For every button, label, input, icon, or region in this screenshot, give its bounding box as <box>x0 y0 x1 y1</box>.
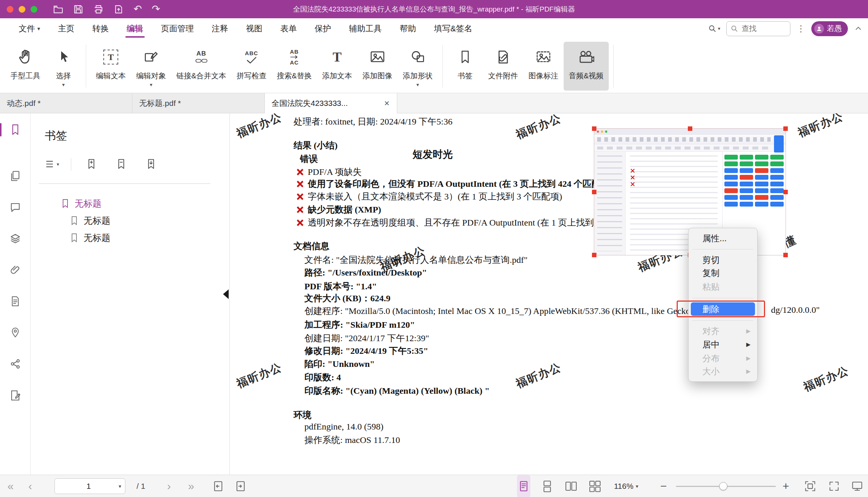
selection-handle[interactable] <box>783 253 788 257</box>
zoom-out-button[interactable]: − <box>660 481 667 492</box>
error-x-icon <box>296 193 304 201</box>
last-page-button[interactable]: » <box>188 481 194 492</box>
doc-tab-2[interactable]: 无标题.pdf * <box>132 93 265 113</box>
more-options-icon[interactable]: ⋮ <box>796 23 805 34</box>
comments-panel-button[interactable] <box>0 198 31 217</box>
add-shape-icon <box>410 45 426 69</box>
search-mode-dropdown[interactable]: ▾ <box>708 24 720 33</box>
previous-view-button[interactable] <box>213 475 224 497</box>
share-panel-button[interactable] <box>0 354 31 374</box>
selection-handle[interactable] <box>783 126 788 131</box>
menu-comment[interactable]: 注释 <box>203 18 237 39</box>
export-icon[interactable] <box>113 4 124 15</box>
zoom-level-dropdown[interactable]: 116% ▾ <box>614 475 638 497</box>
single-page-view-button[interactable] <box>517 475 530 497</box>
menu-form[interactable]: 表单 <box>272 18 306 39</box>
selection-handle[interactable] <box>688 126 692 131</box>
zoom-window-button[interactable] <box>31 6 37 13</box>
select-tool-button[interactable]: 选择 ▾ <box>46 42 81 91</box>
delete-highlight-annotation <box>677 301 765 317</box>
bookmarks-panel-button[interactable] <box>0 120 31 139</box>
info-line-tail: dg/120.0.0.0" <box>771 305 820 315</box>
add-shape-button[interactable]: 添加形状 ▾ <box>398 42 438 91</box>
zoom-slider-thumb[interactable] <box>719 482 727 490</box>
expand-bookmark-icon[interactable] <box>86 158 97 170</box>
next-page-button[interactable]: › <box>167 481 171 492</box>
document-properties-panel-button[interactable] <box>0 292 31 311</box>
bookmark-options-menu-button[interactable]: ▾ <box>45 158 59 170</box>
edit-text-button[interactable]: T 编辑文本 <box>91 42 131 91</box>
edit-object-button[interactable]: 编辑对象 ▾ <box>131 42 171 91</box>
document-page[interactable]: 福昕办公 福昕办公 福昕办公 福昕办公 福昕办公 福昕办公 福昕办公 福昕办公 … <box>230 113 868 475</box>
find-input[interactable] <box>742 24 783 33</box>
menu-accessibility[interactable]: 辅助工具 <box>340 18 391 39</box>
fit-page-button[interactable] <box>804 475 816 497</box>
file-attachment-button[interactable]: 文件附件 <box>483 42 523 91</box>
bookmark-button[interactable]: 书签 <box>447 42 483 91</box>
context-menu-item-cut[interactable]: 剪切 <box>691 253 755 267</box>
selection-handle[interactable] <box>592 126 596 131</box>
context-menu-item-properties[interactable]: 属性... <box>691 232 755 245</box>
bookmark-tree-item[interactable]: 无标题 <box>69 232 110 244</box>
undo-icon[interactable]: ↶ <box>134 4 142 14</box>
selection-handle[interactable] <box>592 190 596 194</box>
pages-panel-button[interactable] <box>0 166 31 186</box>
menu-help[interactable]: 帮助 <box>391 18 425 39</box>
spell-check-button[interactable]: ABC 拼写检查 <box>231 42 272 91</box>
next-view-button[interactable] <box>235 475 246 497</box>
collapse-ribbon-icon[interactable] <box>854 24 863 33</box>
print-icon[interactable] <box>93 4 104 15</box>
inline-title: 短发时光 <box>413 148 453 161</box>
continuous-facing-view-button[interactable] <box>589 475 601 497</box>
selection-handle[interactable] <box>592 253 596 257</box>
continuous-view-button[interactable] <box>542 475 553 497</box>
doc-tab-1[interactable]: 动态.pdf * <box>0 93 132 113</box>
menu-file[interactable]: 文件▾ <box>10 18 49 39</box>
previous-bookmark-icon[interactable] <box>116 158 127 170</box>
open-file-icon[interactable] <box>53 4 63 15</box>
context-menu-item-copy[interactable]: 复制 <box>691 266 755 280</box>
next-bookmark-icon[interactable] <box>145 158 157 170</box>
attachments-panel-button[interactable] <box>0 260 31 280</box>
doc-tab-3-active[interactable]: 全国法院失4233333... × <box>265 93 397 113</box>
redo-icon[interactable]: ↷ <box>152 4 160 14</box>
layers-panel-button[interactable] <box>0 229 31 248</box>
previous-page-button[interactable]: ‹ <box>28 481 32 492</box>
close-tab-icon[interactable]: × <box>383 99 390 108</box>
menu-protect[interactable]: 保护 <box>306 18 340 39</box>
menu-home[interactable]: 主页 <box>49 18 84 39</box>
menu-convert[interactable]: 转换 <box>84 18 118 39</box>
fullscreen-button[interactable] <box>828 475 840 497</box>
link-join-text-button[interactable]: AB 链接&合并文本 <box>171 42 231 91</box>
add-image-button[interactable]: 添加图像 <box>357 42 398 91</box>
sign-panel-button[interactable] <box>0 386 31 405</box>
bookmark-icon <box>69 233 79 243</box>
first-page-button[interactable]: « <box>7 481 14 492</box>
hand-tool-button[interactable]: 手型工具 <box>5 42 46 91</box>
bookmark-tree-item[interactable]: 无标题 <box>69 215 110 227</box>
close-window-button[interactable] <box>7 6 13 13</box>
save-icon[interactable] <box>73 4 84 15</box>
menu-view[interactable]: 视图 <box>237 18 272 39</box>
page-number-input[interactable] <box>59 482 119 491</box>
collapse-panel-handle[interactable] <box>223 289 229 299</box>
menu-page-management[interactable]: 页面管理 <box>152 18 203 39</box>
find-search-box[interactable] <box>726 21 790 36</box>
menu-fill-sign[interactable]: 填写&签名 <box>425 18 482 39</box>
facing-view-button[interactable] <box>565 475 577 497</box>
menu-edit[interactable]: 编辑 <box>118 18 152 39</box>
bookmark-tree-item[interactable]: 无标题 <box>60 198 101 210</box>
minimize-window-button[interactable] <box>19 6 25 13</box>
add-text-button[interactable]: T 添加文本 <box>317 42 357 91</box>
user-account-button[interactable]: 若愚 <box>811 21 848 36</box>
search-replace-button[interactable]: AB AC 搜索&替换 <box>272 42 317 91</box>
context-menu-item-center[interactable]: 居中▶ <box>691 338 755 351</box>
destinations-panel-button[interactable] <box>0 323 31 342</box>
error-x-icon <box>296 180 304 188</box>
audio-video-button[interactable]: 音频&视频 <box>564 42 609 91</box>
selection-handle[interactable] <box>783 190 788 194</box>
page-number-box[interactable]: ▾ <box>54 478 125 494</box>
image-annotation-button[interactable]: 图像标注 <box>523 42 564 91</box>
zoom-in-button[interactable]: + <box>783 481 789 492</box>
presentation-mode-button[interactable] <box>851 475 863 497</box>
